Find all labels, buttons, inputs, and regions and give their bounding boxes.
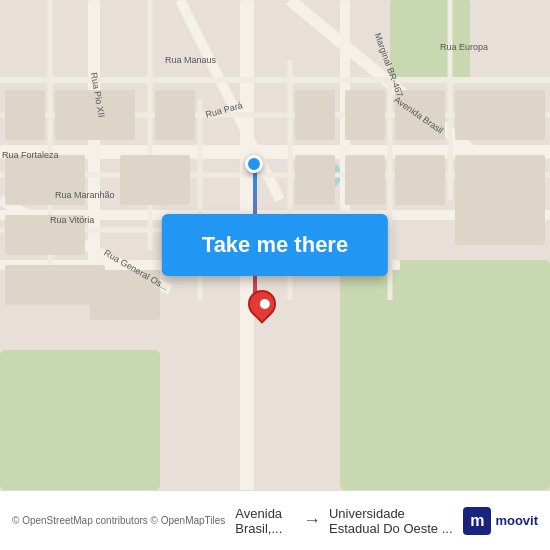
moovit-logo: m moovit	[463, 507, 538, 535]
moovit-icon: m	[463, 507, 491, 535]
svg-rect-26	[155, 90, 195, 140]
svg-rect-36	[455, 90, 545, 140]
svg-rect-24	[5, 90, 45, 140]
svg-rect-1	[340, 260, 550, 490]
svg-rect-39	[295, 155, 335, 205]
map-container: Rua Manaus Rua Pará Rua Pio XII Rua Fort…	[0, 0, 550, 490]
app: Rua Manaus Rua Pará Rua Pio XII Rua Fort…	[0, 0, 550, 550]
take-me-there-button[interactable]: Take me there	[162, 214, 388, 276]
map-attribution: © OpenStreetMap contributors © OpenMapTi…	[12, 515, 225, 526]
svg-rect-38	[90, 270, 160, 320]
svg-rect-34	[345, 155, 385, 205]
svg-rect-30	[120, 155, 190, 205]
svg-rect-33	[395, 90, 445, 140]
svg-rect-27	[5, 155, 85, 205]
pin-head	[242, 284, 282, 324]
arrow-right-icon: →	[303, 510, 321, 531]
svg-rect-32	[345, 90, 385, 140]
svg-rect-28	[5, 215, 85, 255]
origin-label: Avenida Brasil,...	[235, 506, 295, 536]
svg-rect-3	[390, 0, 470, 80]
svg-rect-35	[395, 155, 445, 205]
destination-label: Universidade Estadual Do Oeste ...	[329, 506, 453, 536]
svg-rect-31	[295, 90, 335, 140]
svg-rect-37	[455, 155, 545, 245]
pin-center	[258, 297, 272, 311]
route-info: Avenida Brasil,... → Universidade Estadu…	[235, 506, 453, 536]
bottom-bar: © OpenStreetMap contributors © OpenMapTi…	[0, 490, 550, 550]
destination-marker	[248, 290, 276, 318]
svg-rect-2	[0, 350, 160, 490]
svg-rect-25	[55, 90, 135, 140]
origin-marker	[245, 155, 263, 173]
moovit-brand-label: moovit	[495, 513, 538, 528]
